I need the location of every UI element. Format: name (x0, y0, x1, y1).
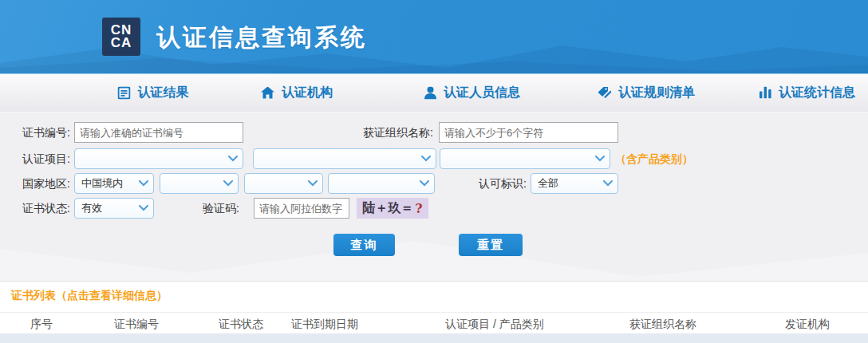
page-title: 认证信息查询系统 (156, 22, 367, 54)
nav-tab-certification-personnel[interactable]: 认证人员信息 (424, 85, 520, 101)
country-select-3[interactable] (244, 173, 323, 194)
certification-query-page: CN CA 认证信息查询系统 认证结果 认证机构 认证人员信息 (0, 0, 868, 343)
cert-project-select-3[interactable] (440, 148, 610, 169)
country-select-4[interactable] (328, 173, 435, 194)
cert-no-input[interactable] (74, 122, 243, 143)
country-label: 国家地区: (0, 173, 70, 194)
cnca-logo: CN CA (102, 18, 140, 56)
chevron-down-icon (228, 156, 238, 162)
chevron-down-icon (308, 180, 318, 187)
person-icon (424, 86, 436, 99)
column-header-cert-status: 证书状态 (219, 313, 263, 335)
chevron-down-icon (603, 180, 613, 187)
org-name-input[interactable] (439, 122, 618, 143)
cert-project-select-1[interactable] (74, 148, 243, 169)
captcha-question-mark: ? (415, 201, 422, 216)
home-icon (261, 86, 274, 99)
nav-tab-label: 认证机构 (282, 85, 333, 101)
logo-text-bottom: CA (111, 37, 132, 49)
query-button[interactable]: 查询 (333, 234, 395, 256)
org-name-label: 获证组织名称: (347, 122, 433, 143)
captcha-label: 验证码: (168, 198, 239, 219)
selected-value: 有效 (81, 201, 102, 215)
nav-tab-label: 认证统计信息 (779, 85, 855, 101)
selected-value: 中国境内 (81, 176, 123, 191)
chevron-down-icon (595, 156, 605, 162)
list-icon (118, 86, 131, 99)
captcha-image[interactable]: 陆＋玖＝? (357, 198, 428, 219)
country-select-1[interactable]: 中国境内 (74, 173, 154, 194)
results-title: 证书列表（点击查看详细信息） (11, 289, 168, 303)
column-header-issuing-body: 发证机构 (785, 313, 830, 335)
column-header-cert-no: 证书编号 (114, 313, 159, 335)
chevron-down-icon (139, 205, 148, 211)
cert-status-label: 证书状态: (0, 198, 70, 219)
nav-tab-certification-statistics[interactable]: 认证统计信息 (760, 85, 855, 101)
chevron-down-icon (421, 156, 431, 162)
chevron-down-icon (139, 180, 148, 187)
chevron-down-icon (223, 180, 233, 187)
nav-tab-label: 认证结果 (138, 85, 189, 101)
column-header-index: 序号 (30, 313, 53, 335)
cert-project-select-2[interactable] (253, 148, 436, 169)
captcha-input[interactable] (254, 198, 349, 219)
nav-tab-label: 认证规则清单 (618, 85, 695, 101)
captcha-challenge: 陆＋玖＝ (362, 200, 413, 217)
product-category-note: （含产品类别） (615, 148, 693, 169)
nav-tab-certification-bodies[interactable]: 认证机构 (261, 85, 333, 101)
cert-project-label: 认证项目: (0, 148, 70, 169)
main-nav: 认证结果 认证机构 认证人员信息 认证规则清单 (0, 74, 868, 112)
column-header-org-name: 获证组织名称 (629, 313, 696, 335)
nav-tab-label: 认证人员信息 (444, 85, 520, 101)
results-section: 证书列表（点击查看详细信息） 序号 证书编号 证书状态 证书到期日期 认证项目 … (0, 281, 868, 343)
accreditation-label: 认可标识: (447, 173, 527, 194)
tag-icon (598, 86, 611, 99)
column-header-project: 认证项目 / 产品类别 (445, 313, 544, 335)
selected-value: 全部 (538, 176, 558, 191)
reset-button[interactable]: 重置 (459, 234, 523, 256)
results-table-header: 序号 证书编号 证书状态 证书到期日期 认证项目 / 产品类别 获证组织名称 发… (0, 312, 868, 334)
nav-tab-certification-results[interactable]: 认证结果 (118, 85, 189, 101)
chevron-down-icon (420, 180, 429, 187)
bar-chart-icon (760, 87, 771, 99)
accreditation-select[interactable]: 全部 (531, 173, 618, 194)
empty-result-row (0, 333, 868, 343)
cert-no-label: 证书编号: (0, 122, 70, 143)
column-header-expiry-date: 证书到期日期 (291, 313, 358, 335)
search-form: 证书编号: 获证组织名称: 认证项目: （含产品类别） 国家地区: 中国境内 (0, 112, 868, 281)
nav-tab-certification-rules[interactable]: 认证规则清单 (598, 85, 695, 101)
cert-status-select[interactable]: 有效 (74, 198, 154, 219)
country-select-2[interactable] (160, 173, 239, 194)
app-header: CN CA 认证信息查询系统 (0, 0, 868, 74)
